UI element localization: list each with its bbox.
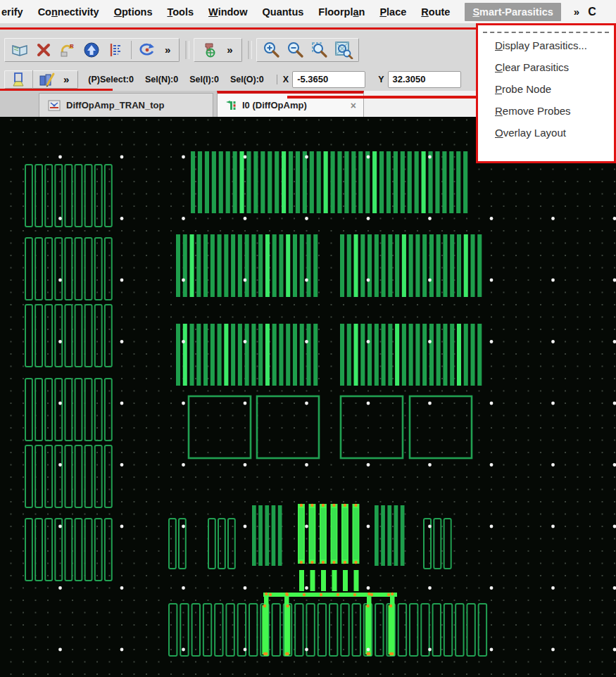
menu-item-verify[interactable]: erify [1,6,23,18]
menu-item-options[interactable]: Options [114,6,153,18]
menu-item-place[interactable]: Place [379,6,406,18]
tab-label: I0 (DiffOpAmp) [242,100,307,110]
menu-item-floorplan[interactable]: Floorplan [318,6,365,18]
delete-icon[interactable] [33,40,54,60]
menu-item-route[interactable]: Route [421,6,450,18]
menu-item-overlay-layout[interactable]: Overlay Layout [478,122,614,144]
rotate-icon[interactable] [137,40,158,60]
svg-text:R: R [70,43,74,49]
toolbar-separator [32,70,33,89]
toolbar-separator [131,41,132,59]
zoom-out-icon[interactable] [285,40,306,60]
tab-i0-diffopamp[interactable]: I0 (DiffOpAmp) × [217,91,364,117]
via-icon[interactable] [9,72,27,87]
status-sel-n: Sel(N):0 [145,75,178,84]
annotation-line-top [0,27,476,30]
menu-item-connectivity[interactable]: Connectivity [38,6,99,18]
pick-place-icon[interactable] [199,40,220,60]
smart-parasitics-menu: Display Parasitics...Clear ParasiticsPro… [476,23,616,163]
toolbar-overflow-icon[interactable]: » [227,44,232,56]
selection-status: (P)Select:0 Sel(N):0 Sel(I):0 Sel(O):0 X… [88,71,466,88]
status-pselect: (P)Select:0 [88,75,134,84]
tab-close-icon[interactable]: × [351,100,356,111]
menu-item-probe-node[interactable]: Probe Node [478,78,614,100]
tab-diffopamp-tran-top[interactable]: DiffOpAmp_TRAN_top [39,93,213,117]
menu-item-partial[interactable]: C [588,6,596,18]
toolbar-grip[interactable] [248,41,252,59]
instance-tab-icon [225,100,237,111]
edit-properties-icon[interactable] [38,72,56,87]
toolbar-overflow-icon[interactable]: » [165,44,170,56]
refresh-r-icon[interactable]: R [57,40,78,60]
toolbar-group-place: » [194,38,241,62]
menu-item-display-parasitics[interactable]: Display Parasitics... [478,34,614,56]
menu-item-tools[interactable]: Tools [167,6,194,18]
x-coordinate-label: X [277,75,289,84]
toolbar-overflow-icon[interactable]: » [63,73,69,85]
menu-item-window[interactable]: Window [208,6,247,18]
netlist-icon[interactable] [105,40,126,60]
menu-item-quantus[interactable]: Quantus [263,6,304,18]
layout-drawing[interactable] [0,117,616,677]
status-sel-i: Sel(I):0 [189,75,219,84]
toolbar-group-file: R » [4,38,180,62]
annotation-line-bottom-mid [287,96,476,99]
y-coordinate-field[interactable]: 32.3050 [388,71,461,88]
fit-view-icon[interactable] [333,40,354,60]
menubar-overflow-icon[interactable]: » [574,6,579,18]
menu-item-remove-probes[interactable]: Remove Probes [478,100,614,122]
y-coordinate-label: Y [372,75,384,84]
menu-item-clear-parasitics[interactable]: Clear Parasitics [478,56,614,78]
menu-item-smart-parasitics[interactable]: Smart-Parasitics [465,3,560,21]
status-sel-o: Sel(O):0 [230,75,264,84]
menu-bar: erifyConnectivityOptionsToolsWindowQuant… [0,0,616,23]
annotation-line-bottom-left [0,89,113,91]
menu-tearoff-handle[interactable] [483,32,609,33]
up-hierarchy-icon[interactable] [81,40,102,60]
tab-label: DiffOpAmp_TRAN_top [66,100,164,110]
layout-canvas[interactable] [0,117,616,677]
zoom-in-icon[interactable] [261,40,282,60]
layout-tab-icon [48,100,61,111]
toolbar-grip[interactable] [185,41,189,59]
toolbar-group-zoom [256,38,359,62]
open-library-icon[interactable] [9,40,30,60]
toolbar-group-edit: » [4,70,78,89]
x-coordinate-field[interactable]: -5.3650 [292,71,365,88]
zoom-fit-icon[interactable] [309,40,330,60]
